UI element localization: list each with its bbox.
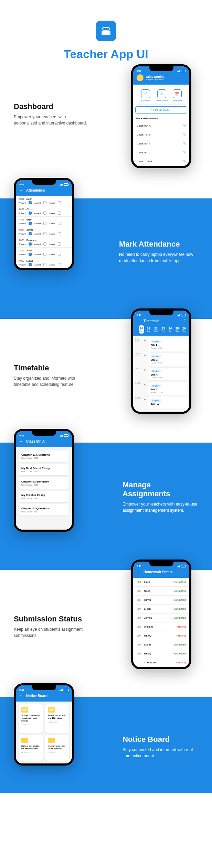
assignment-title: Chapter 01 Questions (21, 453, 66, 456)
pencil-icon[interactable]: ✎ (183, 142, 186, 145)
class-row[interactable]: Class 9th C✎ (133, 148, 189, 157)
checkbox[interactable] (43, 263, 46, 266)
feature-title: Notice Board (123, 735, 198, 744)
back-icon[interactable]: ← (137, 569, 141, 574)
pencil-icon[interactable]: ✎ (183, 160, 186, 163)
timetable-slot[interactable]: 9:300.40English6th ARoom no: 64 (135, 338, 187, 351)
back-icon[interactable]: ← (137, 318, 141, 323)
status-icons (177, 565, 186, 567)
row-number: 008 (137, 643, 141, 646)
checkbox[interactable] (58, 201, 61, 204)
roll-no: A801 (19, 198, 24, 200)
submission-row[interactable]: 006WilliamPending (133, 622, 189, 631)
student-name: Liam (144, 581, 150, 584)
checkbox[interactable]: ✓ (29, 253, 32, 256)
submission-row[interactable]: 009HenrySubmitted (133, 649, 189, 658)
section-notice: Notice Board Stay connected and informed… (0, 697, 212, 793)
class-name: Class 6th A (137, 124, 150, 127)
back-icon[interactable]: ← (19, 439, 23, 444)
submission-row[interactable]: 002NoahSubmitted (133, 587, 189, 596)
submission-row[interactable]: 008LucasSubmitted (133, 640, 189, 649)
pencil-icon[interactable]: ✎ (183, 151, 186, 154)
status-badge: Pending (176, 634, 186, 637)
checkbox[interactable] (58, 211, 61, 215)
notice-card[interactable]: Monthly color day for all students02 Nov… (45, 735, 70, 761)
timetable-slot[interactable]: 11:00English6th ARoom no: 10 (135, 382, 187, 395)
submission-row[interactable]: 010TheodorePending (133, 658, 189, 667)
assignment-card[interactable]: Chapter 02 SummeryDue: 18 Jan, 2023 (19, 477, 69, 489)
class-row[interactable]: Class 6th A✎ (133, 121, 189, 130)
checkbox[interactable] (43, 211, 46, 215)
submission-row[interactable]: 003OliverSubmitted (133, 596, 189, 605)
subject-badge: English (151, 340, 161, 343)
checkbox[interactable] (58, 242, 61, 246)
timetable-slot[interactable]: 10:100.42English8th BRoom no: 18 (135, 352, 187, 366)
status-badge: Pending (176, 625, 186, 628)
notice-card[interactable]: School is going for vacation in next mon… (19, 704, 43, 733)
day-tab[interactable]: 26Sun (181, 325, 187, 334)
day-tab[interactable]: 23Thu (161, 325, 166, 334)
quick-notice[interactable]: ⚠Notice Board (156, 89, 168, 101)
notice-card[interactable]: School orientation for new students04 No… (19, 735, 43, 761)
checkbox[interactable]: ✓ (29, 201, 32, 204)
feature-title: Manage Assignments (123, 480, 198, 498)
app-logo-icon (96, 21, 116, 41)
day-tab[interactable]: 20Mon (139, 325, 144, 334)
checkbox[interactable] (43, 201, 46, 204)
pencil-icon[interactable]: ✎ (183, 124, 186, 128)
day-tab[interactable]: 21Tue (146, 325, 151, 334)
assignment-card[interactable]: Chapter 01 QuestionsDue: 16 Jan, 2023 (19, 451, 69, 462)
day-tab[interactable]: 25Sat (174, 325, 179, 334)
quick-timetable[interactable]: 📅Timetable (173, 89, 182, 101)
timetable-slot[interactable]: 10:52English9th ARoom no: 55 (135, 367, 187, 381)
checkbox[interactable] (43, 253, 46, 256)
screen-title: Attendance (26, 188, 45, 192)
submission-row[interactable]: 005JamesSubmitted (133, 614, 189, 622)
checkbox[interactable]: ✓ (29, 263, 32, 266)
student-row: A805BenjaminPresent✓AbsentLeave (16, 237, 72, 248)
assignment-card[interactable]: My Teacher EssayDue: 18 Jan, 2023 (19, 491, 69, 502)
back-icon[interactable]: ← (19, 693, 23, 698)
class-row[interactable]: Class 10th A✎ (133, 157, 189, 166)
checkbox[interactable] (58, 263, 61, 266)
checkbox[interactable] (58, 253, 61, 256)
quick-actions: 📄Homework ⚠Notice Board 📅Timetable (135, 87, 187, 104)
slot-time: 9:300.40 (135, 338, 142, 342)
subject-badge: English (151, 355, 161, 358)
class-row[interactable]: Class 7th B✎ (133, 130, 189, 139)
submission-row[interactable]: 007HenryPending (133, 631, 189, 640)
day-tab[interactable]: 22Wed (153, 325, 159, 334)
chevron-left-icon[interactable]: ‹ (151, 108, 152, 111)
checkbox[interactable] (43, 222, 46, 225)
class-row[interactable]: Class 8th A✎ (133, 139, 189, 148)
row-number: 006 (137, 625, 141, 628)
checkbox[interactable]: ✓ (29, 222, 32, 225)
student-name: James (26, 229, 34, 231)
checkbox[interactable] (43, 232, 46, 235)
share-icon[interactable]: ⤴ (184, 319, 186, 323)
day-tab[interactable]: 24Fri (168, 325, 172, 334)
timetable-slot[interactable]: 12:30English10th A (135, 397, 187, 408)
class-name: Class 10th A (137, 160, 152, 163)
submission-row[interactable]: 001LiamSubmitted (133, 578, 189, 587)
checkbox[interactable] (58, 222, 61, 225)
date-picker[interactable]: ‹Feb 22, 2023› (135, 106, 187, 113)
assignment-card[interactable]: My Best Friend EssayDue: 17 Jan, 2023 (19, 464, 69, 475)
pencil-icon[interactable]: ✎ (183, 133, 186, 137)
checkbox[interactable]: ✓ (29, 242, 32, 246)
checkbox[interactable]: ✓ (29, 211, 32, 215)
quick-homework[interactable]: 📄Homework (141, 89, 151, 101)
assignment-card[interactable]: Chapter 02 QuestionsDue: 20 Jan, 2023 (19, 504, 69, 516)
avatar[interactable] (137, 74, 144, 81)
notice-card[interactable]: Sports day for 9th and 10th class21 Nov … (45, 704, 70, 733)
checkbox[interactable] (43, 242, 46, 246)
status-icons (60, 183, 68, 186)
student-name: Lucas (144, 643, 151, 646)
back-icon[interactable]: ← (19, 188, 23, 193)
hero-title: Teacher App UI (7, 47, 205, 61)
chevron-right-icon[interactable]: › (171, 108, 172, 111)
submission-row[interactable]: 004ElijahSubmitted (133, 605, 189, 614)
checkbox[interactable] (58, 232, 61, 235)
attendance-option: Absent (34, 202, 41, 204)
checkbox[interactable]: ✓ (29, 232, 32, 235)
